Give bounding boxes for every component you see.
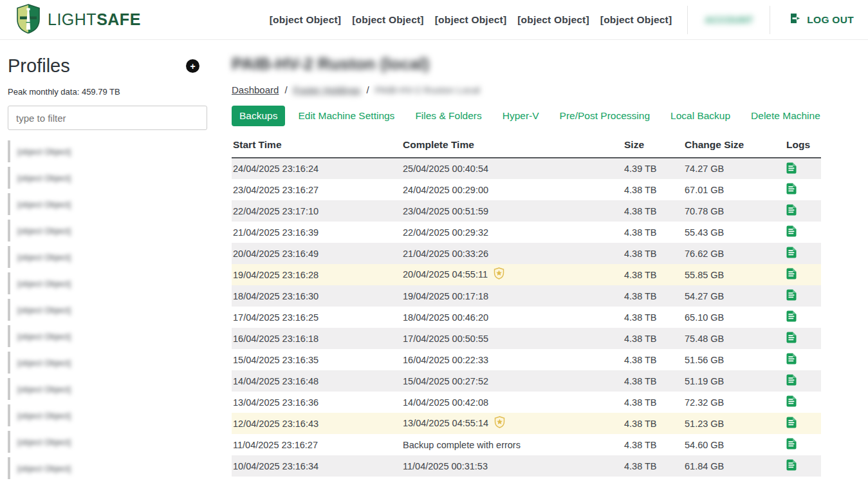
backup-change-size: 72.32 GB — [683, 392, 785, 413]
log-document-icon[interactable] — [786, 459, 797, 471]
machine-tab[interactable]: Delete Machine — [743, 106, 828, 126]
machine-tab[interactable]: Files & Folders — [407, 106, 489, 126]
backup-row: 15/04/2025 23:16:35 16/04/2025 00:22:33 … — [232, 349, 821, 370]
profile-filter-input[interactable] — [8, 106, 207, 130]
log-document-icon[interactable] — [786, 183, 797, 194]
profile-list-item[interactable]: [object Object] — [8, 299, 207, 321]
add-profile-button[interactable]: + — [186, 59, 199, 73]
profile-label-redacted: [object Object] — [17, 279, 71, 289]
log-document-icon[interactable] — [786, 374, 797, 386]
column-header-size: Size — [623, 137, 683, 158]
backup-start-time: 10/04/2025 23:16:34 — [232, 455, 402, 477]
breadcrumb-separator: / — [284, 84, 287, 95]
backup-complete-time: 14/04/2025 00:42:08 — [402, 392, 623, 413]
brand-name: LIGHTSAFE — [48, 10, 141, 29]
lighthouse-shield-logo-icon — [15, 4, 41, 36]
backup-start-time: 14/04/2025 23:16:48 — [232, 370, 402, 392]
profile-list-item[interactable]: [object Object] — [8, 272, 207, 294]
backup-size: 4.38 TB — [623, 264, 683, 285]
profile-label-redacted: [object Object] — [17, 173, 71, 183]
breadcrumb-dashboard-link[interactable]: Dashboard — [232, 84, 279, 95]
backup-change-size: 55.85 GB — [683, 264, 785, 285]
nav-link[interactable]: [object Object] — [352, 14, 424, 26]
machine-tab[interactable]: Pre/Post Processing — [552, 106, 658, 126]
main-nav: [object Object][object Object][object Ob… — [270, 14, 672, 26]
backup-change-size: 65.10 GB — [683, 307, 785, 328]
profile-list-item[interactable]: [object Object] — [8, 220, 207, 242]
backup-size: 4.39 TB — [623, 158, 683, 179]
log-document-icon[interactable] — [786, 225, 797, 237]
backup-row: 23/04/2025 23:16:27 24/04/2025 00:29:00 … — [232, 179, 821, 200]
backup-size: 4.38 TB — [623, 179, 683, 200]
profile-list-item[interactable]: [object Object] — [8, 325, 207, 347]
machine-tab[interactable]: Edit Machine Settings — [290, 106, 402, 126]
nav-link[interactable]: [object Object] — [600, 14, 672, 26]
log-document-icon[interactable] — [786, 247, 797, 258]
backup-row: 11/04/2025 23:16:27 Backup complete with… — [232, 434, 821, 455]
profile-list-item[interactable]: [object Object] — [8, 193, 207, 215]
profile-label-redacted: [object Object] — [17, 437, 71, 447]
nav-link[interactable]: [object Object] — [517, 14, 589, 26]
profile-label-redacted: [object Object] — [17, 200, 71, 209]
backup-start-time: 13/04/2025 23:16:36 — [232, 392, 402, 413]
profile-label-redacted: [object Object] — [17, 147, 71, 156]
backup-complete-time: 21/04/2025 00:33:26 — [402, 243, 623, 264]
profile-list-item[interactable]: [object Object] — [8, 378, 207, 400]
profile-list-item[interactable]: [object Object] — [8, 246, 207, 268]
backup-complete-time: Backup complete with errors — [402, 434, 623, 455]
machine-tab[interactable]: Backups — [232, 106, 285, 126]
brand-logo[interactable]: LIGHTSAFE — [15, 4, 141, 36]
peak-monthly-data-label: Peak monthly data: 459.79 TB — [8, 87, 207, 97]
top-navigation-bar: LIGHTSAFE [object Object][object Object]… — [0, 0, 868, 40]
backup-change-size: 75.48 GB — [683, 328, 785, 349]
profile-list-item[interactable]: [object Object] — [8, 140, 207, 162]
profile-list-item[interactable]: [object Object] — [8, 431, 207, 453]
profile-label-redacted: [object Object] — [17, 464, 71, 473]
profile-list-item[interactable]: [object Object] — [8, 352, 207, 374]
log-document-icon[interactable] — [786, 395, 797, 407]
log-document-icon[interactable] — [786, 204, 797, 216]
breadcrumb-group-link-redacted[interactable]: Foster Holdings — [293, 84, 361, 95]
backup-change-size: 74.27 GB — [683, 158, 785, 179]
backup-change-size: 55.43 GB — [683, 222, 785, 243]
backup-complete-time: 23/04/2025 00:51:59 — [402, 200, 623, 222]
backup-change-size: 51.56 GB — [683, 349, 785, 370]
log-document-icon[interactable] — [786, 353, 797, 365]
backup-change-size: 76.62 GB — [683, 243, 785, 264]
log-document-icon[interactable] — [786, 332, 797, 343]
backup-start-time: 22/04/2025 23:17:10 — [232, 200, 402, 222]
column-header-start-time: Start Time — [232, 137, 402, 158]
machine-title-redacted: PAIB-HV-2 Ruston (local) — [232, 54, 429, 74]
plus-icon: + — [190, 61, 195, 71]
log-document-icon[interactable] — [786, 417, 797, 428]
log-document-icon[interactable] — [786, 162, 797, 174]
backup-complete-time: 17/04/2025 00:50:55 — [402, 328, 623, 349]
nav-link[interactable]: [object Object] — [435, 14, 507, 26]
machine-tab[interactable]: Hyper-V — [495, 106, 547, 126]
log-document-icon[interactable] — [786, 310, 797, 322]
account-name-chip[interactable]: ACCOUNT — [687, 6, 770, 34]
backup-complete-time: 20/04/2025 04:55:11 — [402, 264, 623, 285]
backup-start-time: 16/04/2025 23:16:18 — [232, 328, 402, 349]
backups-table-header-row: Start Time Complete Time Size Change Siz… — [232, 137, 821, 158]
profile-label-redacted: [object Object] — [17, 252, 71, 262]
log-document-icon[interactable] — [786, 268, 797, 279]
backup-complete-time: 22/04/2025 00:29:32 — [402, 222, 623, 243]
backup-change-size: 54.27 GB — [683, 285, 785, 307]
profile-list-item[interactable]: [object Object] — [8, 167, 207, 189]
backup-row: 21/04/2025 23:16:39 22/04/2025 00:29:32 … — [232, 222, 821, 243]
nav-link[interactable]: [object Object] — [270, 14, 342, 26]
machine-tab[interactable]: Local Backup — [663, 106, 738, 126]
profile-list-item[interactable]: [object Object] — [8, 404, 207, 426]
backup-change-size: 54.60 GB — [683, 434, 785, 455]
backup-complete-time: 13/04/2025 04:55:14 — [402, 413, 623, 434]
backup-size: 4.38 TB — [623, 243, 683, 264]
log-document-icon[interactable] — [786, 438, 797, 450]
log-document-icon[interactable] — [786, 289, 797, 301]
backup-size: 4.38 TB — [623, 349, 683, 370]
backup-size: 4.38 TB — [623, 328, 683, 349]
backups-table: Start Time Complete Time Size Change Siz… — [232, 137, 821, 477]
backup-size: 4.38 TB — [623, 392, 683, 413]
profile-list-item[interactable]: [object Object] — [8, 457, 207, 479]
log-out-button[interactable]: LOG OUT — [790, 12, 854, 27]
